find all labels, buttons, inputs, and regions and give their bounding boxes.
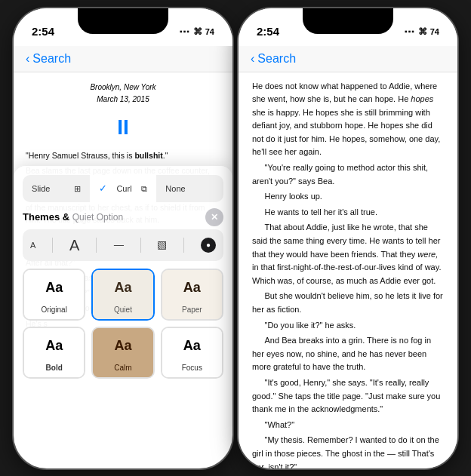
- theme-bold[interactable]: Aa Bold: [23, 327, 85, 379]
- right-para-2: "You're really going to method actor thi…: [252, 161, 444, 188]
- back-label-left: Search: [32, 52, 71, 66]
- themes-row: Themes & Quiet Option ✕: [23, 208, 223, 226]
- themes-grid: Aa Original Aa Quiet Aa Paper Aa Bold: [23, 269, 223, 379]
- status-icons-left: ▪▪▪ ⌘ 74: [180, 26, 214, 37]
- curl-icon: ⧉: [141, 183, 147, 195]
- battery-left: 74: [205, 27, 214, 36]
- right-para-7: "Do you like it?" he asks.: [252, 319, 444, 333]
- right-para-5: That about Addie, just like he wrote, th…: [252, 221, 444, 287]
- theme-original-sample: Aa: [24, 270, 84, 302]
- theme-bold-label: Bold: [24, 361, 84, 377]
- curl-option[interactable]: ✓ Curl ⧉: [90, 175, 157, 202]
- curl-label: Curl: [116, 183, 131, 195]
- battery-right: 74: [430, 27, 439, 36]
- chevron-left-icon: ‹: [26, 52, 29, 66]
- back-label-right: Search: [257, 52, 296, 66]
- book-date: March 13, 2015: [26, 94, 220, 106]
- transition-options: Slide ⊞ ✓ Curl ⧉ None: [23, 175, 223, 202]
- theme-paper-sample: Aa: [162, 270, 222, 302]
- right-para-8: And Bea breaks into a grin. There is no …: [252, 334, 444, 374]
- theme-focus-label: Focus: [162, 361, 222, 377]
- right-phone: 2:54 ▪▪▪ ⌘ 74 ‹ Search He does not know …: [239, 8, 457, 468]
- phones-container: 2:54 ▪▪▪ ⌘ 74 ‹ Search Brooklyn, New Yor…: [14, 8, 457, 468]
- font-size-large[interactable]: A: [69, 234, 79, 256]
- theme-focus-sample: Aa: [162, 328, 222, 361]
- right-para-3: Henry looks up.: [252, 190, 444, 204]
- theme-original-label: Original: [24, 302, 84, 319]
- wifi-icon: ⌘: [193, 26, 202, 37]
- time-left: 2:54: [32, 25, 54, 38]
- book-content-right: He does not know what happened to Addie,…: [239, 72, 457, 468]
- signal-icon: ▪▪▪: [180, 27, 190, 35]
- notch: [78, 8, 168, 34]
- notch-right: [303, 8, 393, 34]
- theme-quiet-sample: Aa: [93, 270, 152, 302]
- back-button-right[interactable]: ‹ Search: [251, 52, 296, 66]
- font-type-icon[interactable]: ▧: [157, 237, 167, 253]
- theme-quiet-label: Quiet: [93, 302, 152, 319]
- wifi-icon-right: ⌘: [418, 26, 427, 37]
- divider-3: [140, 238, 141, 253]
- theme-paper[interactable]: Aa Paper: [161, 269, 223, 321]
- right-para-11: "My thesis. Remember? I wanted to do it …: [252, 434, 444, 468]
- divider-2: [96, 238, 97, 253]
- font-format-icon[interactable]: ⸻: [113, 237, 124, 253]
- book-header: Brooklyn, New York March 13, 2015: [26, 81, 220, 106]
- chevron-left-icon-right: ‹: [251, 52, 254, 66]
- para-1: "Henry Samuel Strauss, this is bullshit.…: [26, 149, 220, 161]
- theme-quiet[interactable]: Aa Quiet: [91, 269, 154, 321]
- nav-bar-right[interactable]: ‹ Search: [239, 46, 457, 72]
- slide-icon: ⊞: [74, 183, 81, 195]
- slide-label: Slide: [32, 183, 50, 195]
- right-para-10: "What?": [252, 419, 444, 432]
- book-content-left: Brooklyn, New York March 13, 2015 II "He…: [14, 72, 232, 388]
- nav-bar-left[interactable]: ‹ Search: [14, 46, 232, 72]
- theme-calm-label: Calm: [93, 361, 152, 377]
- time-right: 2:54: [257, 25, 279, 38]
- theme-calm[interactable]: Aa Calm: [91, 327, 154, 379]
- divider-1: [52, 238, 53, 253]
- theme-original[interactable]: Aa Original: [23, 269, 85, 321]
- none-option[interactable]: None: [156, 177, 223, 201]
- theme-paper-label: Paper: [162, 302, 222, 319]
- theme-focus[interactable]: Aa Focus: [161, 327, 223, 379]
- signal-icon-right: ▪▪▪: [405, 27, 415, 35]
- left-phone: 2:54 ▪▪▪ ⌘ 74 ‹ Search Brooklyn, New Yor…: [14, 8, 232, 468]
- status-icons-right: ▪▪▪ ⌘ 74: [405, 26, 439, 37]
- book-location: Brooklyn, New York: [26, 81, 220, 94]
- back-button-left[interactable]: ‹ Search: [26, 52, 71, 66]
- close-button[interactable]: ✕: [205, 208, 223, 226]
- right-para-4: He wants to tell her it's all true.: [252, 206, 444, 220]
- chapter-number: II: [26, 112, 220, 143]
- right-para-6: But she wouldn't believe him, so he lets…: [252, 290, 444, 316]
- font-controls: A A ⸻ ▧ ●: [23, 229, 223, 261]
- slide-option[interactable]: Slide ⊞: [23, 177, 90, 201]
- right-para-1: He does not know what happened to Addie,…: [252, 80, 444, 160]
- none-label: None: [165, 183, 185, 195]
- transition-overlay[interactable]: Slide ⊞ ✓ Curl ⧉ None Themes & Qui: [14, 166, 232, 388]
- theme-calm-sample: Aa: [93, 328, 152, 361]
- themes-title: Themes & Quiet Option: [23, 210, 123, 225]
- theme-bold-sample: Aa: [24, 328, 84, 361]
- checkmark-icon: ✓: [99, 181, 107, 196]
- font-size-small[interactable]: A: [30, 239, 35, 252]
- divider-4: [183, 238, 184, 253]
- display-options-icon[interactable]: ●: [201, 238, 216, 253]
- right-para-9: "It's good, Henry," she says. "It's real…: [252, 376, 444, 416]
